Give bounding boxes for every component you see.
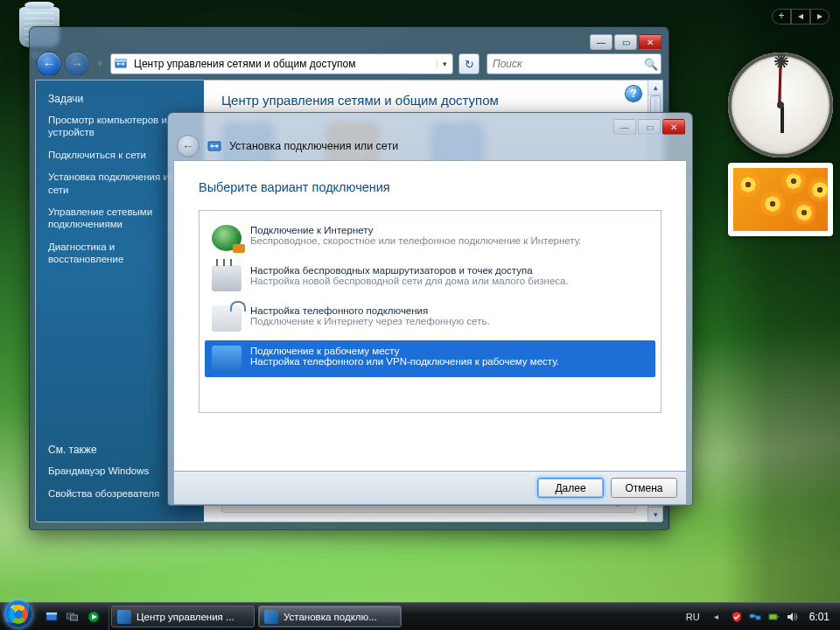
svg-rect-15: [769, 614, 777, 620]
svg-rect-13: [750, 614, 754, 618]
tray-network-icon[interactable]: [748, 610, 762, 624]
address-icon: [111, 55, 130, 73]
globe-icon: [212, 225, 242, 251]
start-button[interactable]: [0, 603, 37, 630]
clock-hour-hand: [780, 107, 784, 133]
taskbar-wizard[interactable]: Установка подклю...: [258, 606, 402, 627]
next-button[interactable]: Далее: [537, 478, 604, 498]
ql-show-desktop[interactable]: [42, 607, 61, 626]
wizard-footer: Далее Отмена: [173, 472, 687, 505]
search-box[interactable]: 🔍: [486, 53, 662, 74]
quick-launch: [37, 603, 109, 630]
taskbar-wizard-icon: [264, 610, 278, 624]
ql-media-player[interactable]: [84, 607, 103, 626]
help-icon[interactable]: ?: [626, 86, 641, 102]
wizard-heading: Выберите вариант подключения: [199, 180, 662, 194]
wizard-minimize-button[interactable]: —: [613, 119, 636, 135]
connection-options-list: Подключение к Интернету Беспроводное, ск…: [199, 210, 662, 413]
address-text: Центр управления сетями и общим доступом: [130, 58, 437, 70]
language-indicator[interactable]: RU: [686, 612, 700, 622]
tray-security-icon[interactable]: [730, 610, 744, 624]
explorer-toolbar: ← → ▼ Центр управления сетями и общим до…: [35, 52, 663, 80]
system-tray: RU ◂ 6:01: [679, 603, 840, 630]
address-bar[interactable]: Центр управления сетями и общим доступом…: [110, 53, 453, 74]
clock-second-hand: [780, 64, 781, 106]
wizard-body: Выберите вариант подключения Подключение…: [173, 160, 687, 472]
tray-volume-icon[interactable]: [785, 610, 799, 624]
connection-wizard-window: — ▭ ✕ ← Установка подключения или сети В…: [167, 112, 693, 506]
refresh-button[interactable]: ↻: [458, 53, 480, 74]
wizard-titlebar[interactable]: — ▭ ✕: [173, 118, 687, 136]
gadget-prev-button[interactable]: ◂: [791, 9, 810, 24]
gadget-next-button[interactable]: ▸: [810, 9, 830, 24]
svg-rect-16: [777, 616, 779, 618]
workplace-icon: [212, 346, 242, 372]
search-input[interactable]: [487, 58, 641, 70]
option-workplace[interactable]: Подключение к рабочему месту Настройка т…: [205, 340, 655, 377]
wizard-back-button[interactable]: ←: [177, 135, 200, 158]
gadget-add-button[interactable]: +: [772, 9, 791, 24]
windows-orb-icon: [4, 600, 32, 628]
wizard-icon: [206, 138, 222, 154]
scroll-down-button[interactable]: ▾: [648, 507, 662, 522]
ql-switch-windows[interactable]: [63, 607, 82, 626]
svg-rect-10: [71, 615, 78, 620]
wizard-title: Установка подключения или сети: [229, 140, 398, 152]
taskbar-network-icon: [117, 610, 131, 624]
slideshow-gadget[interactable]: [728, 163, 833, 236]
svg-rect-8: [46, 612, 57, 615]
nav-forward-button[interactable]: →: [65, 52, 89, 76]
wizard-maximize-button[interactable]: ▭: [638, 119, 661, 135]
taskbar-network-center[interactable]: Центр управления ...: [111, 606, 255, 627]
clock-gadget[interactable]: [728, 52, 833, 158]
minimize-button[interactable]: —: [590, 34, 612, 50]
option-dialup[interactable]: Настройка телефонного подключения Подклю…: [205, 300, 655, 337]
nav-history-dropdown[interactable]: ▼: [93, 53, 107, 74]
svg-rect-14: [756, 616, 760, 620]
gadget-controls: + ◂ ▸: [772, 9, 830, 24]
network-center-heading: Центр управления сетями и общим доступом: [221, 93, 645, 108]
tasks-heading: Задачи: [48, 93, 192, 105]
scroll-up-button[interactable]: ▴: [648, 80, 662, 95]
tray-expand-icon[interactable]: ◂: [710, 612, 723, 621]
taskbar-clock[interactable]: 6:01: [806, 611, 833, 623]
maximize-button[interactable]: ▭: [614, 34, 637, 50]
nav-back-button[interactable]: ←: [37, 52, 61, 76]
wizard-close-button[interactable]: ✕: [662, 119, 685, 135]
close-button[interactable]: ✕: [639, 34, 662, 50]
tray-battery-icon[interactable]: [766, 610, 780, 624]
network-center-titlebar[interactable]: — ▭ ✕: [35, 32, 663, 52]
address-dropdown[interactable]: ▾: [437, 60, 452, 68]
phone-icon: [212, 305, 242, 332]
router-icon: [212, 265, 242, 291]
taskbar: Центр управления ... Установка подклю...…: [0, 602, 840, 630]
cancel-button[interactable]: Отмена: [611, 478, 677, 498]
svg-rect-1: [116, 60, 126, 62]
option-wireless-router[interactable]: Настройка беспроводных маршрутизаторов и…: [205, 260, 655, 297]
search-icon[interactable]: 🔍: [641, 58, 661, 71]
option-internet[interactable]: Подключение к Интернету Беспроводное, ск…: [205, 220, 655, 256]
wizard-header: ← Установка подключения или сети: [173, 136, 687, 160]
